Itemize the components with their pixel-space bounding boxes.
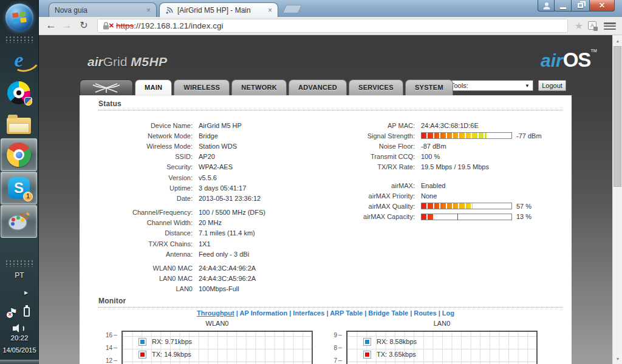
- browser-menu-icon[interactable]: [604, 21, 616, 31]
- status-label: Channel Width:: [80, 219, 193, 226]
- scrollbar-thumb[interactable]: [613, 46, 621, 187]
- insecure-lock-icon[interactable]: ✕: [103, 22, 111, 30]
- windows-flag-icon: [12, 10, 27, 25]
- status-section-title: Status: [98, 99, 562, 110]
- status-value: 2013-05-31 23:36:12: [199, 195, 261, 202]
- status-value: 13 %: [516, 213, 531, 220]
- status-label: TX/RX Rate:: [302, 163, 415, 170]
- scroll-down-icon[interactable]: ▼: [613, 354, 622, 363]
- airos-favicon: [165, 6, 174, 15]
- status-value-wrap: 2013-05-31 23:36:12: [199, 195, 261, 202]
- browser-tab-airgrid[interactable]: [AirGrid M5 HP] - Main ×: [159, 2, 278, 17]
- tab-close-icon[interactable]: ×: [268, 7, 272, 14]
- profile-button[interactable]: [538, 0, 556, 12]
- forward-button[interactable]: →: [60, 18, 74, 33]
- volume-tray: [0, 323, 39, 333]
- start-button[interactable]: [5, 4, 33, 32]
- nav-tab-main[interactable]: MAIN: [135, 79, 172, 95]
- address-bar[interactable]: ✕ https://192.168.1.21/index.cgi: [97, 19, 568, 33]
- close-icon: ✕: [599, 1, 605, 10]
- y-tick-label: 14: [102, 345, 118, 351]
- nav-tab-advanced[interactable]: ADVANCED: [289, 79, 347, 95]
- action-center-flag-icon[interactable]: ⚑✕: [9, 306, 17, 317]
- status-value-wrap: None: [421, 192, 437, 200]
- monitor-link-bridge-table[interactable]: Bridge Table: [368, 309, 408, 317]
- show-desktop-button[interactable]: [0, 360, 39, 364]
- link-separator: |: [363, 309, 368, 317]
- status-row-lan0: LAN0100Mbps-Full: [80, 284, 265, 294]
- legend-item-rx: RX: 8.58kbps: [363, 336, 417, 347]
- monitor-link-throughput[interactable]: Throughput: [197, 309, 234, 317]
- reload-button[interactable]: ↻: [77, 18, 91, 33]
- status-value: 100Mbps-Full: [199, 285, 239, 292]
- nav-tab-services[interactable]: SERVICES: [349, 79, 403, 95]
- monitor-link-interfaces[interactable]: Interfaces: [293, 309, 324, 317]
- link-separator: |: [437, 309, 442, 317]
- nav-tab-network[interactable]: NETWORK: [231, 79, 287, 95]
- status-value: 19.5 Mbps / 19.5 Mbps: [421, 163, 489, 170]
- clock-time[interactable]: 20:22: [0, 334, 39, 342]
- minimize-button[interactable]: [554, 0, 572, 12]
- nav-tab-system[interactable]: SYSTEM: [405, 79, 453, 95]
- link-separator: |: [287, 309, 293, 317]
- status-value: AirGrid M5 HP: [199, 122, 242, 129]
- status-value-wrap: -77 dBm: [421, 132, 542, 140]
- status-row-airmax-: airMAX:Enabled: [302, 180, 542, 190]
- status-label: Noise Floor:: [302, 143, 415, 150]
- status-value: v5.5.6: [199, 174, 217, 181]
- monitor-link-ap-information[interactable]: AP Information: [240, 309, 288, 317]
- link-separator: |: [234, 309, 240, 317]
- legend-color-swatch: [138, 351, 146, 359]
- status-group: WLAN0 MAC24:A4:3C:A4:96:2ALAN0 MAC24:A4:…: [80, 263, 265, 294]
- status-value: -77 dBm: [516, 132, 542, 140]
- status-label: LAN0: [80, 285, 193, 292]
- taskbar-item-explorer[interactable]: [1, 109, 37, 142]
- language-indicator[interactable]: PT: [0, 271, 39, 280]
- clock-date[interactable]: 14/05/2015: [0, 346, 39, 354]
- chrome-icon: [7, 143, 31, 167]
- meter-fill: [422, 203, 473, 209]
- status-label: airMAX Quality:: [302, 203, 415, 210]
- link-separator: |: [408, 309, 414, 317]
- logout-button[interactable]: Logout: [538, 80, 566, 91]
- bookmark-star-icon[interactable]: ★: [575, 20, 583, 32]
- taskbar-item-skype[interactable]: S 1: [1, 172, 37, 204]
- throughput-chart-lan0: RX: 8.58kbpsTX: 3.65kbps: [346, 331, 538, 364]
- battery-icon[interactable]: [24, 307, 30, 317]
- skype-notification-badge: 1: [23, 192, 33, 201]
- status-value: Enabled: [421, 182, 445, 189]
- status-value-wrap: 13 %: [421, 213, 531, 220]
- speaker-icon[interactable]: [13, 323, 26, 333]
- monitor-link-arp-table[interactable]: ARP Table: [330, 309, 363, 317]
- nav-tab-logo[interactable]: [80, 79, 133, 95]
- show-hidden-icons-arrow[interactable]: ▶: [24, 290, 28, 295]
- back-button[interactable]: ←: [44, 18, 58, 33]
- status-row-version-: Version:v5.5.6: [80, 172, 265, 183]
- nav-tab-wireless[interactable]: WIRELESS: [174, 79, 230, 95]
- status-value: Bridge: [199, 132, 218, 140]
- status-value-wrap: 24:A4:3C:68:1D:6E: [421, 122, 479, 129]
- monitor-link-log[interactable]: Log: [442, 309, 454, 317]
- close-button[interactable]: ✕: [589, 0, 615, 12]
- browser-tab-new[interactable]: Nova guia ×: [49, 2, 157, 17]
- taskbar-item-chrome[interactable]: [1, 138, 37, 171]
- status-value-wrap: 19.5 Mbps / 19.5 Mbps: [421, 163, 489, 170]
- status-row-channel-width-: Channel Width:20 MHz: [80, 218, 265, 228]
- monitor-link-routes[interactable]: Routes: [414, 309, 436, 317]
- translate-icon[interactable]: A: [588, 21, 596, 30]
- scroll-up-icon[interactable]: ▲: [613, 36, 622, 46]
- status-group: Device Name:AirGrid M5 HPNetwork Mode:Br…: [80, 120, 265, 204]
- shield-overlay-icon: [24, 97, 32, 106]
- tab-close-icon[interactable]: ×: [146, 7, 151, 14]
- restore-button[interactable]: [572, 0, 589, 12]
- taskbar-item-paint[interactable]: [1, 205, 37, 238]
- status-value-wrap: Enabled: [421, 182, 445, 189]
- taskbar-item-color-app[interactable]: [1, 76, 37, 109]
- page-scrollbar[interactable]: ▲ ▼: [612, 35, 622, 364]
- tools-select[interactable]: Tools: ▼: [447, 80, 533, 91]
- meter-fill: [422, 133, 487, 138]
- status-row-antenna-: Antenna:Feed only - 3 dBi: [80, 249, 265, 259]
- new-tab-button[interactable]: [282, 5, 302, 13]
- status-value: 100 / 5500 MHz (DFS): [199, 209, 265, 216]
- taskbar-item-internet-explorer[interactable]: e: [1, 44, 37, 76]
